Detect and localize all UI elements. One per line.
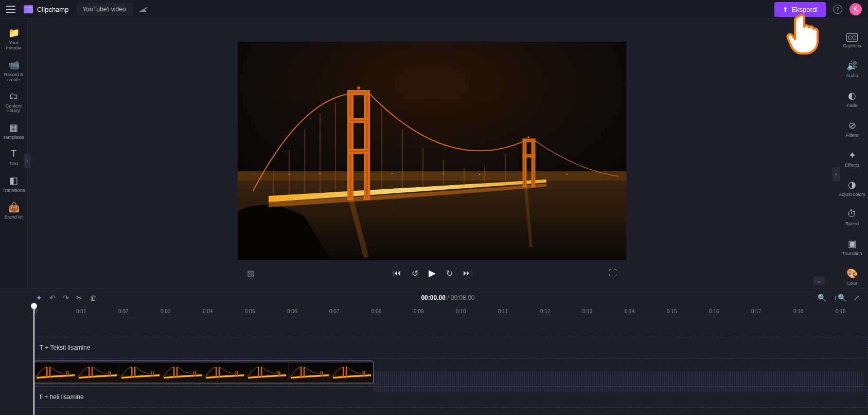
video-preview[interactable]	[238, 42, 626, 260]
transitions-icon: ◧	[9, 175, 18, 186]
split-icon[interactable]: ✂	[76, 294, 82, 302]
text-track-slot[interactable]: T + Teksti lisamine	[34, 337, 868, 358]
svg-point-10	[566, 174, 568, 175]
timeline-section: ✦ ↶ ↷ ✂ 🗑 00:00.00 / 00:08.00 −🔍 +🔍 ⤢ 00…	[0, 288, 868, 408]
svg-rect-66	[258, 367, 259, 377]
sidebar-item-brand[interactable]: 👜 Brand kit	[0, 197, 27, 224]
sidebar-item-label: Transitions	[3, 188, 25, 193]
timeline-toolbar: ✦ ↶ ↷ ✂ 🗑 00:00.00 / 00:08.00 −🔍 +🔍 ⤢	[28, 288, 868, 307]
app-logo	[24, 5, 33, 13]
color-icon: 🎨	[846, 268, 858, 279]
svg-point-32	[357, 86, 360, 89]
panel-item-fade[interactable]: ◐Fade	[836, 85, 868, 114]
menu-icon[interactable]	[6, 6, 15, 13]
panel-item-transition[interactable]: ▣Transition	[836, 233, 868, 262]
undo-icon[interactable]: ↶	[49, 294, 56, 302]
ruler-tick: 0:12	[540, 309, 550, 314]
video-clip[interactable]	[34, 360, 374, 384]
ruler-tick: 0:14	[625, 309, 634, 314]
forward-icon[interactable]: ↻	[446, 268, 453, 278]
project-title-input[interactable]	[77, 3, 133, 16]
svg-rect-12	[365, 91, 369, 199]
skip-back-icon[interactable]: ⏮	[393, 268, 401, 278]
panel-item-speed[interactable]: ⏱Speed	[836, 204, 868, 232]
rewind-icon[interactable]: ↺	[412, 268, 418, 278]
sidebar-item-record[interactable]: 📹 Record & create	[0, 55, 27, 87]
sidebar-item-label: Brand kit	[5, 215, 23, 220]
zoom-out-icon[interactable]: −🔍	[813, 294, 826, 302]
export-button[interactable]: ⬆ Ekspordi	[774, 2, 826, 17]
svg-rect-1	[238, 171, 626, 181]
svg-rect-62	[236, 371, 237, 376]
svg-rect-57	[195, 371, 196, 376]
panel-item-audio[interactable]: 🔊Audio	[836, 55, 868, 84]
play-button[interactable]: ▶	[429, 267, 436, 279]
panel-label: Filters	[846, 133, 859, 138]
panel-label: Transition	[842, 251, 862, 257]
player-controls: ▧ ⏮ ↺ ▶ ↻ ⏭ ⛶	[238, 267, 626, 279]
svg-point-33	[527, 136, 529, 138]
clip-thumbnail	[119, 361, 162, 384]
clip-thumbnail	[77, 361, 119, 384]
text-icon: T	[11, 149, 16, 159]
app-name: Clipchamp	[37, 6, 68, 13]
right-collapse-handle[interactable]: ‹	[832, 167, 840, 182]
audio-icon: 🔊	[846, 60, 858, 71]
delete-icon[interactable]: 🗑	[90, 294, 97, 302]
preview-more-icon[interactable]: ⌄	[813, 277, 825, 285]
upload-icon: ⬆	[783, 6, 788, 13]
svg-rect-61	[219, 367, 220, 377]
panel-label: Effects	[845, 163, 859, 168]
cloud-off-icon[interactable]: ☁	[139, 5, 147, 13]
zoom-in-icon[interactable]: +🔍	[834, 294, 846, 302]
panel-label: Adjust colors	[839, 192, 865, 197]
help-icon[interactable]: ?	[833, 5, 842, 14]
ruler-tick: 0:01	[76, 309, 86, 314]
sidebar-item-templates[interactable]: ▦ Templates	[0, 118, 27, 145]
ruler-tick: 0:05	[245, 309, 255, 314]
panel-item-filters[interactable]: ⊘Filters	[836, 115, 868, 143]
svg-rect-54	[173, 367, 174, 377]
ruler-tick: 0:13	[582, 309, 592, 314]
redo-icon[interactable]: ↷	[63, 294, 69, 302]
svg-rect-17	[532, 139, 535, 187]
avatar[interactable]: K	[849, 3, 862, 15]
preview-area: ▧ ⏮ ↺ ▶ ↻ ⏭ ⛶ ⌄	[28, 19, 836, 288]
ai-sparkle-icon[interactable]: ✦	[36, 294, 42, 302]
panel-item-color[interactable]: 🎨Color	[836, 263, 868, 292]
time-current: 00:00.00	[421, 294, 445, 301]
panel-label: Color	[846, 281, 858, 286]
timeline-ruler[interactable]: 00:010:020:030:040:050:060:070:080:090:1…	[28, 307, 868, 318]
transition-icon: ▣	[848, 238, 857, 249]
skip-forward-icon[interactable]: ⏭	[463, 268, 471, 278]
effects-icon: ✦	[848, 150, 856, 161]
sidebar-item-media[interactable]: 📁 Your meedia	[0, 23, 27, 55]
fit-icon[interactable]: ⤢	[854, 294, 860, 302]
svg-rect-81	[364, 371, 365, 376]
sidebar-item-label: Record & create	[1, 73, 26, 83]
svg-rect-55	[176, 367, 178, 377]
time-total: / 00:08.00	[447, 294, 474, 301]
sidebar-item-label: Text	[9, 161, 18, 167]
panel-item-adjust[interactable]: ◑Adjust colors	[836, 174, 868, 203]
timeline-tracks: T + Teksti lisamine fi + heli lisamine	[28, 318, 868, 408]
panel-item-captions[interactable]: CCCaptions	[836, 28, 868, 54]
screenshot-off-icon[interactable]: ▧	[247, 268, 255, 278]
ruler-tick: 0:09	[414, 309, 423, 314]
top-bar: Clipchamp ☁ ⬆ Ekspordi ? K	[0, 0, 868, 19]
svg-point-8	[479, 174, 480, 175]
ruler-tick: 0:04	[203, 309, 212, 314]
panel-item-effects[interactable]: ✦Effects	[836, 145, 868, 173]
adjust-icon: ◑	[848, 179, 856, 190]
waveform-remainder	[374, 372, 864, 392]
sidebar-item-label: Content library	[1, 104, 26, 114]
fullscreen-icon[interactable]: ⛶	[609, 268, 617, 278]
ruler-tick: 0:10	[456, 309, 466, 314]
svg-rect-44	[109, 371, 110, 376]
sidebar-item-transitions[interactable]: ◧ Transitions	[0, 171, 27, 197]
svg-rect-67	[261, 367, 262, 377]
svg-rect-43	[92, 367, 93, 377]
left-sidebar: 📁 Your meedia 📹 Record & create 🗂 Conten…	[0, 19, 28, 288]
sidebar-item-library[interactable]: 🗂 Content library	[0, 87, 27, 118]
playhead[interactable]	[33, 306, 34, 415]
